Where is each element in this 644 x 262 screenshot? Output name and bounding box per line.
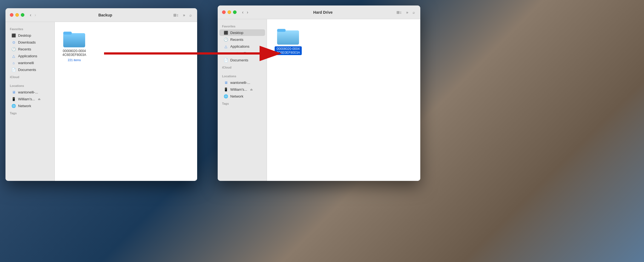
search-button[interactable]: ⌕: [188, 12, 193, 18]
desktop-icon: ⬛: [12, 33, 16, 38]
applications-icon: △: [12, 54, 16, 58]
eject-icon: ⏏: [38, 97, 41, 101]
more-button[interactable]: »: [182, 12, 186, 18]
icloud-header: iCloud: [5, 73, 54, 80]
maximize-button[interactable]: [21, 13, 24, 17]
svg-rect-3: [63, 33, 85, 47]
window-body-harddrive: Favorites ⬛ Desktop 🕐 Recents △ Applicat…: [218, 19, 420, 181]
back-button-hd[interactable]: ‹: [241, 9, 245, 15]
desktop-icon-hd: ⬛: [224, 30, 228, 35]
toolbar-right-hd: ⊞↕ » ⌕: [395, 10, 416, 15]
sidebar-label-documents: Documents: [18, 68, 36, 72]
sidebar-item-applications[interactable]: △ Applications: [7, 53, 53, 59]
nav-buttons-hd: ‹ ›: [241, 9, 249, 15]
main-content-harddrive: 00008020-0004 4C6E0EF8003A: [267, 19, 420, 181]
minimize-button[interactable]: [15, 13, 19, 17]
svg-rect-7: [277, 29, 286, 32]
sidebar-item-desktop[interactable]: ⬛ Desktop: [7, 32, 53, 39]
sidebar-item-documents-hd[interactable]: 📄 Documents: [219, 57, 265, 63]
tags-header: Tags: [5, 109, 54, 116]
phone-icon: 📱: [12, 97, 16, 101]
sidebar-label-documents-hd: Documents: [230, 58, 248, 62]
documents-icon: 📄: [12, 67, 16, 72]
forward-button[interactable]: ›: [33, 12, 37, 18]
close-button[interactable]: [10, 13, 13, 17]
folder-count-backup: 221 items: [68, 58, 81, 62]
toolbar-right: ⊞↕ » ⌕: [172, 12, 193, 18]
sidebar-item-network-hd[interactable]: 🌐 Network: [219, 93, 265, 99]
sidebar-harddrive: Favorites ⬛ Desktop 🕐 Recents △ Applicat…: [218, 19, 267, 181]
traffic-lights-harddrive: [222, 10, 237, 14]
home-icon: ⌂: [12, 61, 16, 65]
window-title-backup: Backup: [41, 13, 170, 17]
search-button-hd[interactable]: ⌕: [412, 10, 416, 15]
svg-rect-4: [63, 32, 72, 35]
network-icon: 🌐: [12, 104, 16, 108]
recents-icon-hd: 🕐: [224, 37, 228, 42]
finder-window-backup: ‹ › Backup ⊞↕ » ⌕ Favorites ⬛ Desktop ⊙ …: [5, 8, 197, 181]
traffic-lights-backup: [10, 13, 24, 17]
folder-icon: [63, 30, 85, 47]
sidebar-label-network-hd: Network: [230, 94, 243, 98]
sidebar-item-home[interactable]: ⌂ wantonelli: [7, 59, 53, 66]
forward-button-hd[interactable]: ›: [246, 9, 249, 15]
folder-name-backup: 00008020-0004 4C6E0EF8003A: [62, 49, 86, 57]
applications-icon-hd: △: [224, 44, 228, 49]
window-title-harddrive: Hard Drive: [253, 10, 393, 15]
titlebar-backup: ‹ › Backup ⊞↕ » ⌕: [5, 8, 197, 22]
sidebar-label-downloads: Downloads: [18, 40, 36, 44]
close-button-hd[interactable]: [222, 10, 226, 14]
sidebar-item-home-hd[interactable]: ⌂ wantonelli: [219, 50, 265, 56]
finder-window-harddrive: ‹ › Hard Drive ⊞↕ » ⌕ Favorites ⬛ Deskto…: [218, 5, 420, 181]
downloads-icon: ⊙: [12, 40, 16, 44]
sidebar-item-documents[interactable]: 📄 Documents: [7, 66, 53, 73]
sidebar-label-recents: Recents: [18, 47, 31, 51]
main-content-backup: 00008020-0004 4C6E0EF8003A 221 items: [55, 22, 197, 181]
window-body-backup: Favorites ⬛ Desktop ⊙ Downloads 🕐 Recent…: [5, 22, 197, 181]
locations-header-hd: Locations: [218, 72, 267, 79]
sidebar-label-desktop-hd: Desktop: [230, 31, 243, 35]
sidebar-backup: Favorites ⬛ Desktop ⊙ Downloads 🕐 Recent…: [5, 22, 55, 181]
sidebar-label-applications-hd: Applications: [230, 44, 249, 49]
sidebar-item-downloads[interactable]: ⊙ Downloads: [7, 39, 53, 45]
svg-rect-6: [277, 30, 299, 45]
folder-name-harddrive-selected: 00008020-0004 4C6E0EF8003A: [275, 46, 302, 55]
sidebar-label-phone-hd: William's...: [230, 87, 247, 92]
sidebar-label-applications: Applications: [18, 54, 37, 58]
view-button[interactable]: ⊞↕: [172, 12, 180, 18]
home-icon-hd: ⌂: [224, 51, 228, 55]
favorites-header-hd: Favorites: [218, 22, 267, 29]
minimize-button-hd[interactable]: [228, 10, 231, 14]
sidebar-label-computer-hd: wantonelli-...: [230, 81, 250, 85]
sidebar-item-computer[interactable]: 🖥 wantonelli-...: [7, 89, 53, 95]
sidebar-label-recents-hd: Recents: [230, 38, 243, 42]
tags-header-hd: Tags: [218, 100, 267, 106]
sidebar-label-computer: wantonelli-...: [18, 90, 38, 94]
sidebar-item-recents-hd[interactable]: 🕐 Recents: [219, 36, 265, 43]
sidebar-item-computer-hd[interactable]: 🖥 wantonelli-...: [219, 79, 265, 86]
network-icon-hd: 🌐: [224, 94, 228, 98]
sidebar-label-home: wantonelli: [18, 61, 34, 65]
sidebar-item-recents[interactable]: 🕐 Recents: [7, 46, 53, 52]
back-button[interactable]: ‹: [29, 12, 32, 18]
sidebar-item-desktop-hd[interactable]: ⬛ Desktop: [219, 29, 265, 36]
sidebar-label-network: Network: [18, 104, 31, 108]
more-button-hd[interactable]: »: [405, 10, 409, 15]
phone-icon-hd: 📱: [224, 87, 228, 92]
favorites-header: Favorites: [5, 25, 54, 32]
documents-icon-hd: 📄: [224, 58, 228, 62]
sidebar-item-phone[interactable]: 📱 William's... ⏏: [7, 96, 53, 102]
nav-buttons: ‹ ›: [29, 12, 37, 18]
locations-header: Locations: [5, 82, 54, 89]
eject-icon-hd: ⏏: [250, 88, 253, 91]
sidebar-label-desktop: Desktop: [18, 33, 31, 38]
icloud-header-hd: iCloud: [218, 64, 267, 70]
recents-icon: 🕐: [12, 47, 16, 51]
sidebar-item-applications-hd[interactable]: △ Applications: [219, 43, 265, 50]
maximize-button-hd[interactable]: [233, 10, 237, 14]
folder-item-backup[interactable]: 00008020-0004 4C6E0EF8003A 221 items: [60, 27, 88, 64]
folder-item-harddrive[interactable]: 00008020-0004 4C6E0EF8003A: [272, 25, 304, 57]
sidebar-item-network[interactable]: 🌐 Network: [7, 102, 53, 109]
view-button-hd[interactable]: ⊞↕: [395, 10, 403, 15]
sidebar-item-phone-hd[interactable]: 📱 William's... ⏏: [219, 86, 265, 93]
